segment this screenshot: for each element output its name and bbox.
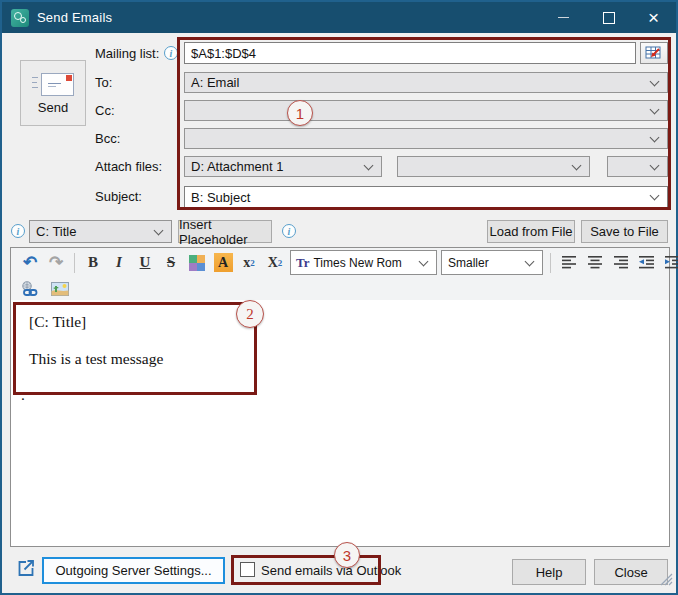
underline-button[interactable]: U: [134, 252, 156, 274]
font-icon: Tr: [296, 255, 309, 271]
minimize-icon: [558, 17, 569, 18]
hyperlink-icon: [20, 281, 40, 297]
insert-image-button[interactable]: [49, 278, 71, 300]
help-label: Help: [536, 565, 563, 580]
outdent-icon: [639, 256, 655, 269]
color-palette-icon: [189, 255, 205, 271]
format-toolbar: ↶ ↷ B I U S A x2 X2 Tr Times New Rom Sma…: [11, 248, 669, 277]
decrease-indent-button[interactable]: [636, 252, 658, 274]
highlight-icon: A: [214, 253, 233, 272]
cc-label: Cc:: [95, 103, 115, 118]
subject-dropdown[interactable]: B: Subject: [184, 186, 668, 208]
insert-link-button[interactable]: [19, 278, 41, 300]
load-from-file-button[interactable]: Load from File: [487, 220, 575, 243]
annotation-circle-2: 2: [236, 300, 264, 328]
maximize-button[interactable]: [586, 2, 631, 33]
toolbar-separator: [550, 253, 551, 273]
message-editor[interactable]: [C: Title] This is a test message . 2: [11, 300, 669, 546]
chevron-down-icon: [650, 132, 660, 142]
mailing-list-input[interactable]: $A$1:$D$4: [184, 42, 636, 64]
toolbar-separator: [74, 253, 75, 273]
app-logo-icon: [11, 9, 29, 27]
attach-files-label: Attach files:: [95, 159, 162, 174]
insert-toolbar: [11, 277, 669, 300]
mailing-list-value: $A$1:$D$4: [191, 46, 256, 61]
annotation-circle-3: 3: [334, 542, 360, 568]
resize-grip-icon: [660, 573, 673, 586]
strikethrough-button[interactable]: S: [160, 252, 182, 274]
superscript-button[interactable]: x2: [238, 252, 260, 274]
envelope-icon: [32, 72, 74, 96]
align-right-button[interactable]: [610, 252, 632, 274]
load-from-file-label: Load from File: [489, 224, 572, 239]
save-to-file-label: Save to File: [590, 224, 659, 239]
close-button[interactable]: ×: [631, 2, 676, 33]
close-label: Close: [614, 565, 647, 580]
font-family-dropdown[interactable]: Tr Times New Rom: [290, 250, 437, 275]
mailing-list-info-icon[interactable]: i: [164, 46, 178, 60]
subject-value: B: Subject: [191, 190, 250, 205]
redo-button[interactable]: ↷: [45, 252, 67, 274]
outgoing-server-settings-label: Outgoing Server Settings...: [55, 563, 211, 578]
chevron-down-icon: [650, 160, 660, 170]
minimize-button[interactable]: [541, 2, 586, 33]
cc-dropdown[interactable]: [184, 100, 668, 121]
outgoing-server-settings-button[interactable]: Outgoing Server Settings...: [42, 557, 225, 584]
open-settings-external-button[interactable]: [16, 558, 36, 582]
attach-dropdown-3[interactable]: [607, 156, 668, 177]
subscript-icon: X: [268, 255, 278, 271]
to-dropdown[interactable]: A: Email: [184, 72, 668, 93]
editor-line-3: .: [21, 386, 25, 404]
chevron-down-icon: [419, 256, 429, 266]
underline-icon: U: [140, 254, 151, 271]
attach-dropdown-2[interactable]: [397, 156, 590, 177]
send-button[interactable]: Send: [20, 60, 86, 126]
italic-icon: I: [116, 254, 122, 271]
annotation-circle-1: 1: [287, 100, 313, 126]
chevron-down-icon: [154, 225, 164, 235]
chevron-down-icon: [525, 256, 535, 266]
align-center-button[interactable]: [584, 252, 606, 274]
external-link-icon: [16, 558, 36, 578]
placeholder-field-value: C: Title: [36, 224, 76, 239]
to-value: A: Email: [191, 75, 239, 90]
send-via-outlook-label: Send emails via Outlook: [261, 563, 401, 578]
undo-button[interactable]: ↶: [19, 252, 41, 274]
increase-indent-button[interactable]: [662, 252, 678, 274]
close-dialog-button[interactable]: Close: [594, 559, 668, 585]
to-label: To:: [95, 75, 112, 90]
mailing-list-label: Mailing list:: [95, 46, 159, 61]
maximize-icon: [603, 12, 615, 24]
insert-placeholder-info-icon[interactable]: i: [282, 224, 296, 238]
chevron-down-icon: [650, 104, 660, 114]
bold-button[interactable]: B: [82, 252, 104, 274]
placeholder-field-dropdown[interactable]: C: Title: [29, 220, 172, 243]
send-via-outlook-checkbox[interactable]: [240, 562, 255, 577]
bcc-dropdown[interactable]: [184, 128, 668, 149]
align-left-button[interactable]: [558, 252, 580, 274]
bcc-label: Bcc:: [95, 131, 120, 146]
font-size-dropdown[interactable]: Smaller: [441, 250, 543, 275]
indent-icon: [665, 256, 678, 269]
send-button-label: Send: [38, 100, 68, 115]
insert-placeholder-button[interactable]: Insert Placeholder: [178, 220, 272, 243]
editor-panel: ↶ ↷ B I U S A x2 X2 Tr Times New Rom Sma…: [10, 247, 670, 547]
chevron-down-icon: [364, 160, 374, 170]
italic-button[interactable]: I: [108, 252, 130, 274]
redo-icon: ↷: [49, 252, 63, 273]
placeholder-info-icon[interactable]: i: [11, 224, 25, 238]
resize-grip[interactable]: [660, 572, 673, 590]
attach-dropdown-1[interactable]: D: Attachment 1: [184, 156, 382, 177]
align-right-icon: [614, 256, 629, 269]
subscript-button[interactable]: X2: [264, 252, 286, 274]
strikethrough-icon: S: [167, 254, 175, 271]
chevron-down-icon: [572, 160, 582, 170]
window-controls: ×: [541, 2, 676, 33]
help-button[interactable]: Help: [512, 559, 586, 585]
highlight-color-button[interactable]: A: [212, 252, 234, 274]
align-center-icon: [588, 256, 603, 269]
save-to-file-button[interactable]: Save to File: [581, 220, 668, 243]
font-color-button[interactable]: [186, 252, 208, 274]
select-range-button[interactable]: [640, 42, 668, 64]
undo-icon: ↶: [23, 252, 37, 273]
